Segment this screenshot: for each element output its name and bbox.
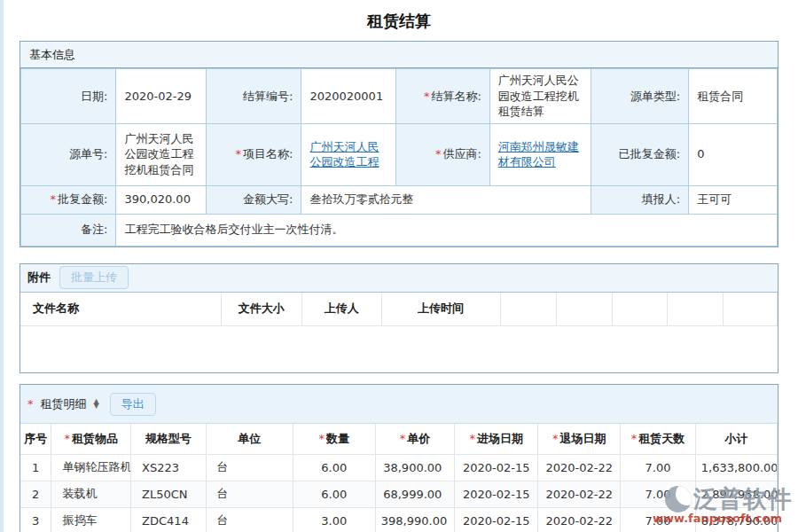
cell-exit-date: 2020-02-22 bbox=[538, 507, 621, 532]
cell-price: 68,999.00 bbox=[375, 481, 455, 507]
remark-label: 备注: bbox=[21, 214, 116, 246]
cell-model: ZDC414 bbox=[131, 507, 206, 532]
attachments-header-uploadtime: 上传时间 bbox=[381, 293, 500, 326]
amount-words-value: 叁拾玖万零贰拾元整 bbox=[301, 185, 591, 214]
required-asterisk: * bbox=[631, 432, 638, 445]
basic-info-form: 日期: 2020-02-29 结算编号: 2020020001 *结算名称: 广… bbox=[20, 68, 778, 246]
remark-value: 工程完工验收合格后交付业主一次性付清。 bbox=[116, 214, 778, 246]
details-header-entry-date: *进场日期 bbox=[455, 424, 538, 454]
page-title: 租赁结算 bbox=[0, 0, 798, 41]
attachments-table: 文件名称 文件大小 上传人 上传时间 bbox=[20, 293, 778, 327]
cell-unit: 台 bbox=[206, 454, 293, 481]
attachments-section-title: 附件 bbox=[27, 270, 51, 286]
cell-item: 振捣车 bbox=[51, 507, 131, 532]
cell-index: 2 bbox=[20, 481, 51, 507]
source-type-label: 源单类型: bbox=[591, 69, 689, 124]
export-button[interactable]: 导出 bbox=[110, 393, 156, 416]
attachments-header-uploader: 上传人 bbox=[302, 293, 382, 326]
approved-paid-label: 已批复金额: bbox=[591, 123, 689, 185]
required-asterisk: * bbox=[65, 432, 71, 445]
required-asterisk: * bbox=[552, 432, 559, 445]
details-header-price: *单价 bbox=[375, 424, 455, 454]
attachments-panel: 附件 批量上传 文件名称 文件大小 上传人 上传时间 bbox=[20, 263, 778, 374]
attachments-header-filesize: 文件大小 bbox=[221, 293, 301, 326]
table-row: 3 振捣车 ZDC414 台 3.00 398,990.00 2020-02-1… bbox=[20, 507, 778, 532]
basic-info-section-header: 基本信息 bbox=[20, 42, 778, 68]
settlement-name-value: 广州天河人民公园改造工程挖机租赁结算 bbox=[489, 69, 591, 124]
basic-info-section-title: 基本信息 bbox=[29, 47, 75, 63]
required-asterisk: * bbox=[318, 432, 325, 445]
details-header-days: *租赁天数 bbox=[621, 424, 695, 454]
attachments-section-header: 附件 批量上传 bbox=[20, 264, 778, 293]
rental-details-table: 序号 *租赁物品 规格型号 单位 *数量 *单价 *进场日期 *退场日期 *租赁… bbox=[20, 424, 778, 532]
required-asterisk: * bbox=[236, 147, 242, 160]
settlement-no-label: 结算编号: bbox=[206, 69, 301, 124]
details-header-item: *租赁物品 bbox=[51, 424, 131, 454]
attachments-header-empty bbox=[500, 293, 556, 326]
settlement-name-label: *结算名称: bbox=[396, 69, 490, 124]
supplier-link[interactable]: 河南郑州晟敏建材有限公司 bbox=[498, 140, 579, 169]
rental-details-panel: * 租赁明细 ▲ ▼ 导出 序号 *租赁物品 规格型号 单位 *数量 *单价 *… bbox=[20, 384, 778, 532]
cell-index: 3 bbox=[20, 507, 51, 532]
settlement-no-value: 2020020001 bbox=[301, 69, 396, 124]
required-asterisk: * bbox=[435, 147, 442, 160]
attachments-header-empty bbox=[556, 293, 612, 326]
date-value: 2020-02-29 bbox=[116, 69, 207, 124]
cell-exit-date: 2020-02-22 bbox=[538, 454, 621, 481]
project-name-label: *项目名称: bbox=[206, 123, 301, 185]
sort-toggle-icon[interactable]: ▲ ▼ bbox=[94, 400, 99, 409]
attachments-header-empty bbox=[612, 293, 667, 326]
cell-price: 38,900.00 bbox=[375, 454, 455, 481]
cell-entry-date: 2020-02-15 bbox=[455, 454, 538, 481]
approved-amount-label: *批复金额: bbox=[21, 185, 116, 214]
supplier-label: *供应商: bbox=[396, 123, 490, 185]
approved-paid-value: 0 bbox=[689, 123, 778, 185]
required-asterisk: * bbox=[27, 397, 34, 411]
required-asterisk: * bbox=[51, 192, 57, 206]
source-doc-label: 源单号: bbox=[21, 123, 116, 185]
basic-info-panel: 基本信息 日期: 2020-02-29 结算编号: 2020020001 *结算… bbox=[20, 41, 778, 247]
source-doc-value: 广州天河人民公园改造工程挖机租赁合同 bbox=[116, 123, 207, 185]
date-label: 日期: bbox=[21, 69, 116, 124]
rental-details-section-title: 租赁明细 bbox=[41, 396, 87, 412]
batch-upload-button[interactable]: 批量上传 bbox=[59, 266, 129, 289]
window-left-edge bbox=[0, 0, 4, 532]
details-header-index: 序号 bbox=[20, 424, 51, 454]
cell-subtotal: 1,633,800.00 bbox=[695, 454, 777, 481]
required-asterisk: * bbox=[424, 90, 430, 103]
project-name-value: 广州天河人民公园改造工程 bbox=[301, 123, 396, 185]
required-asterisk: * bbox=[470, 432, 476, 445]
cell-model: XS223 bbox=[131, 454, 206, 481]
preparer-value: 王可可 bbox=[689, 185, 778, 214]
cell-subtotal: 2,897,958.00 bbox=[695, 481, 777, 507]
sort-down-icon: ▼ bbox=[94, 404, 99, 409]
details-header-qty: *数量 bbox=[293, 424, 375, 454]
details-header-subtotal: 小计 bbox=[695, 424, 777, 454]
source-type-value: 租赁合同 bbox=[689, 69, 778, 124]
attachments-header-empty bbox=[723, 293, 778, 326]
details-header-exit-date: *退场日期 bbox=[538, 424, 621, 454]
cell-days: 7.00 bbox=[621, 507, 695, 532]
details-header-unit: 单位 bbox=[206, 424, 293, 454]
cell-unit: 台 bbox=[206, 481, 293, 507]
attachments-header-empty bbox=[668, 293, 723, 326]
project-link[interactable]: 广州天河人民公园改造工程 bbox=[309, 140, 379, 169]
cell-days: 7.00 bbox=[621, 481, 695, 507]
rental-details-section-header: * 租赁明细 ▲ ▼ 导出 bbox=[20, 385, 778, 424]
required-asterisk: * bbox=[400, 432, 406, 445]
cell-item: 单钢轮压路机 bbox=[51, 454, 131, 481]
details-header-model: 规格型号 bbox=[131, 424, 206, 454]
supplier-value: 河南郑州晟敏建材有限公司 bbox=[489, 123, 591, 185]
cell-days: 7.00 bbox=[621, 454, 695, 481]
cell-exit-date: 2020-02-22 bbox=[538, 481, 621, 507]
cell-price: 398,990.00 bbox=[375, 507, 455, 532]
table-row: 2 装载机 ZL50CN 台 6.00 68,999.00 2020-02-15… bbox=[20, 481, 778, 507]
cell-qty: 6.00 bbox=[293, 454, 375, 481]
cell-subtotal: 8,378,790.00 bbox=[695, 507, 777, 532]
attachments-empty-body bbox=[20, 326, 778, 372]
attachments-header-filename: 文件名称 bbox=[20, 293, 221, 326]
table-row: 1 单钢轮压路机 XS223 台 6.00 38,900.00 2020-02-… bbox=[20, 454, 778, 481]
approved-amount-value: 390,020.00 bbox=[116, 185, 207, 214]
cell-qty: 3.00 bbox=[293, 507, 375, 532]
cell-entry-date: 2020-02-15 bbox=[455, 481, 538, 507]
